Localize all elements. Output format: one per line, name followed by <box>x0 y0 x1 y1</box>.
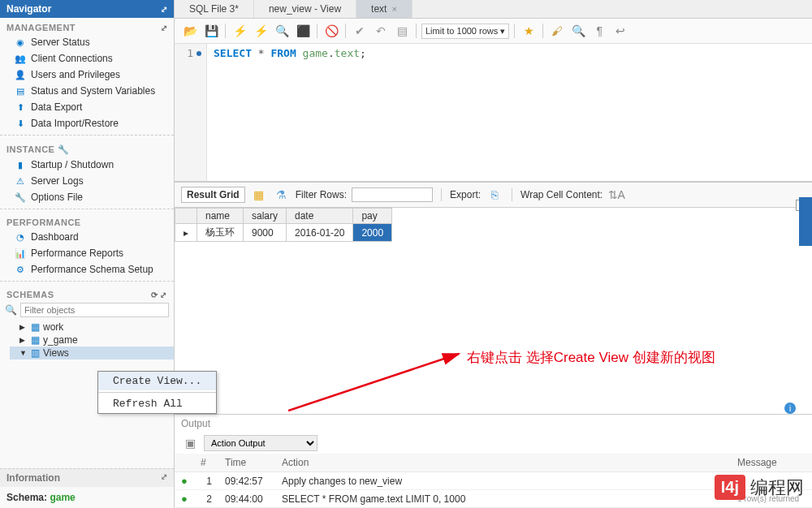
output-title: Output <box>175 415 812 433</box>
rollback-icon[interactable]: ↶ <box>372 22 390 40</box>
table-header-row: name salary date pay <box>175 209 392 224</box>
collapse-icon[interactable]: ⤢ <box>161 5 167 14</box>
database-icon: ▦ <box>31 321 40 333</box>
cancel-icon[interactable]: 🚫 <box>322 22 340 40</box>
nav-perf-schema[interactable]: ⚙Performance Schema Setup <box>0 261 174 278</box>
open-file-icon[interactable]: 📂 <box>181 22 199 40</box>
chevron-right-icon: ▶ <box>19 323 28 331</box>
wrench-icon: 🔧 <box>58 144 69 155</box>
table-row[interactable]: ▸ 杨玉环 9000 2016-01-20 2000 <box>175 224 392 242</box>
cell-date[interactable]: 2016-01-20 <box>287 224 353 242</box>
execute-icon[interactable]: ⚡ <box>231 22 248 40</box>
refresh-icon[interactable]: ⟳ ⤢ <box>151 291 167 299</box>
editor-gutter: 1 <box>175 44 207 181</box>
main-panel: SQL File 3* new_view - View text× 📂 💾 ⚡ … <box>175 0 812 508</box>
chevron-down-icon: ▼ <box>19 349 28 357</box>
beautify-icon[interactable]: 🖌 <box>548 22 566 40</box>
wrap-cell-label: Wrap Cell Content: <box>520 189 603 200</box>
export-icon[interactable]: ⎘ <box>486 186 503 204</box>
separator <box>345 24 346 38</box>
col-salary[interactable]: salary <box>244 209 287 224</box>
filter-rows-label: Filter Rows: <box>296 189 347 200</box>
cell-salary[interactable]: 9000 <box>244 224 287 242</box>
schema-tree: ▶ ▦ work ▶ ▦ y_game ▼ ▥ Views <box>0 319 174 361</box>
breakpoint-icon <box>197 51 201 56</box>
result-side-tab[interactable] <box>799 197 812 246</box>
cell-name[interactable]: 杨玉环 <box>197 224 244 242</box>
navigator-title: Navigator <box>6 3 51 15</box>
chevron-right-icon: ▶ <box>19 336 28 344</box>
views-folder-icon: ▥ <box>31 347 40 359</box>
output-type-select[interactable]: Action Output <box>204 435 317 451</box>
separator <box>514 24 515 38</box>
separator <box>0 281 174 282</box>
nav-startup-shutdown[interactable]: ▮Startup / Shutdown <box>0 157 174 173</box>
nav-options-file[interactable]: 🔧Options File <box>0 189 174 205</box>
menu-refresh-all[interactable]: Refresh All <box>98 394 216 413</box>
close-icon[interactable]: × <box>391 4 396 14</box>
editor-code[interactable]: SELECT * FROM game.text; <box>207 44 373 181</box>
nav-perf-reports[interactable]: 📊Performance Reports <box>0 245 174 261</box>
output-mode-icon[interactable]: ▣ <box>181 434 199 452</box>
filter-rows-input[interactable] <box>352 187 433 202</box>
expand-icon[interactable]: ⤢ <box>161 472 167 484</box>
execute-cursor-icon[interactable]: ⚡ <box>252 22 270 40</box>
commit-icon[interactable]: ✔ <box>351 22 369 40</box>
connections-icon: 👥 <box>15 53 26 64</box>
sql-editor[interactable]: 1 SELECT * FROM game.text; <box>175 44 812 182</box>
separator <box>512 188 512 201</box>
col-name[interactable]: name <box>197 209 244 224</box>
nav-server-status[interactable]: ◉Server Status <box>0 34 174 50</box>
search-icon: 🔍 <box>5 304 17 316</box>
tree-item-y-game[interactable]: ▶ ▦ y_game <box>19 334 174 347</box>
status-ok-icon: ● <box>181 493 188 505</box>
tree-item-views[interactable]: ▼ ▥ Views <box>10 347 174 359</box>
annotation-text: 右键点击 选择Create View 创建新的视图 <box>467 348 715 367</box>
nav-users-privileges[interactable]: 👤Users and Privileges <box>0 67 174 83</box>
nav-dashboard[interactable]: ◔Dashboard <box>0 229 174 245</box>
favorite-icon[interactable]: ★ <box>520 22 538 40</box>
tree-item-work[interactable]: ▶ ▦ work <box>19 321 174 334</box>
row-handle[interactable]: ▸ <box>175 224 197 242</box>
col-pay[interactable]: pay <box>353 209 392 224</box>
limit-rows-combo[interactable]: Limit to 1000 rows ▾ <box>421 24 509 39</box>
startup-icon: ▮ <box>15 159 26 170</box>
autocommit-icon[interactable]: ▤ <box>393 22 411 40</box>
dashboard-icon: ◔ <box>15 231 26 243</box>
wrap-cell-icon[interactable]: ⇅A <box>607 186 625 204</box>
nav-status-variables[interactable]: ▤Status and System Variables <box>0 83 174 99</box>
expand-icon[interactable]: ⤢ <box>161 24 168 32</box>
information-header: Information ⤢ <box>0 468 174 487</box>
nav-server-logs[interactable]: ⚠Server Logs <box>0 173 174 189</box>
tab-new-view[interactable]: new_view - View <box>254 0 356 18</box>
find-icon[interactable]: 🔍 <box>569 22 587 40</box>
grid-view-icon[interactable]: ▦ <box>250 186 268 204</box>
tab-text[interactable]: text× <box>356 0 412 18</box>
result-table[interactable]: name salary date pay ▸ 杨玉环 9000 2016-01-… <box>175 208 392 242</box>
separator <box>441 188 442 201</box>
menu-create-view[interactable]: Create View... <box>98 372 216 390</box>
save-icon[interactable]: 💾 <box>202 22 220 40</box>
result-toolbar: Result Grid ▦ ⚗ Filter Rows: Export: ⎘ W… <box>175 182 812 208</box>
nav-data-import[interactable]: ⬇Data Import/Restore <box>0 115 174 131</box>
col-date[interactable]: date <box>287 209 353 224</box>
tab-sql-file-3[interactable]: SQL File 3* <box>175 0 254 18</box>
annotation-arrow-icon <box>288 273 475 419</box>
watermark: I4j 编程网 <box>715 475 804 500</box>
export-icon: ⬆ <box>15 101 26 113</box>
separator <box>225 24 226 38</box>
schema-filter-input[interactable] <box>20 303 169 317</box>
nav-client-connections[interactable]: 👥Client Connections <box>0 50 174 67</box>
nav-data-export[interactable]: ⬆Data Export <box>0 99 174 115</box>
explain-icon[interactable]: 🔍 <box>273 22 291 40</box>
schema-filter-row: 🔍 <box>0 301 174 319</box>
wrap-icon[interactable]: ↩ <box>611 22 629 40</box>
info-badge-icon[interactable]: i <box>784 403 796 414</box>
toggle-invisible-icon[interactable]: ¶ <box>590 22 608 40</box>
watermark-text: 编程网 <box>750 476 804 500</box>
filter-icon[interactable]: ⚗ <box>273 186 291 204</box>
cell-pay[interactable]: 2000 <box>353 224 392 242</box>
reports-icon: 📊 <box>15 248 26 259</box>
stop-icon[interactable]: ⬛ <box>294 22 312 40</box>
performance-section-title: PERFORMANCE <box>0 213 174 229</box>
